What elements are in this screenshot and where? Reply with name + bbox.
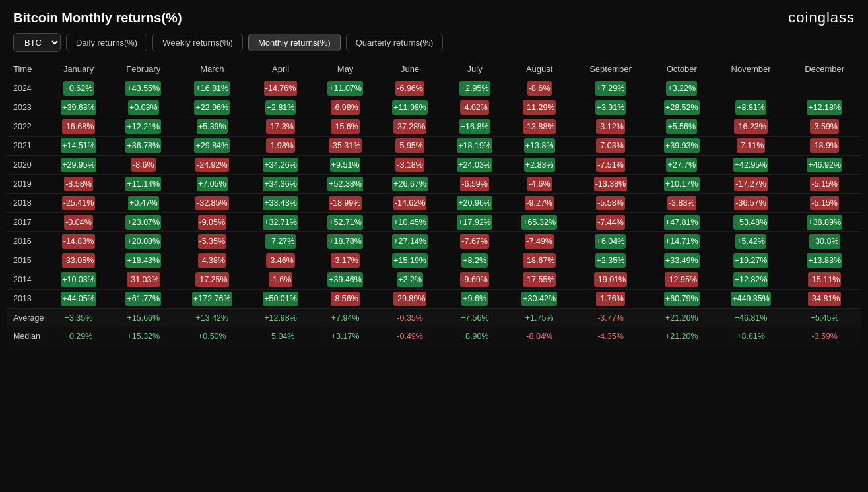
value-cell: -17.55% — [507, 270, 572, 290]
value-cell: -5.15% — [787, 175, 861, 194]
value-cell: +46.92% — [787, 156, 861, 175]
negative-return: -15.11% — [808, 272, 842, 287]
value-cell: -3.83% — [650, 194, 714, 213]
positive-return: +52.71% — [327, 215, 363, 230]
value-cell: +38.89% — [787, 213, 861, 232]
tab-weekly[interactable]: Weekly returns(%) — [152, 34, 243, 51]
positive-return: +10.17% — [664, 177, 700, 191]
value-cell: -33.05% — [46, 251, 111, 270]
value-cell: +33.43% — [248, 194, 313, 213]
tab-daily[interactable]: Daily returns(%) — [66, 34, 147, 51]
table-row: 2016-14.83%+20.08%-5.35%+7.27%+18.78%+27… — [7, 232, 861, 251]
positive-return: +61.77% — [125, 292, 161, 306]
value-cell: -5.15% — [787, 194, 861, 213]
year-cell: 2013 — [7, 290, 46, 309]
value-cell: -8.56% — [313, 290, 378, 309]
value-cell: +10.03% — [46, 270, 111, 290]
value-cell: +27.7% — [650, 156, 714, 175]
value-cell: +2.2% — [378, 270, 442, 290]
table-row: 2019-8.58%+11.14%+7.05%+34.36%+52.38%+26… — [7, 175, 861, 194]
value-cell: +44.05% — [46, 290, 111, 309]
positive-return: +0.62% — [63, 81, 94, 96]
positive-return: +20.96% — [457, 196, 492, 210]
positive-return: +12.18% — [807, 100, 842, 115]
footer-value: +21.20% — [650, 327, 714, 346]
year-cell: 2016 — [7, 232, 46, 251]
tab-monthly[interactable]: Monthly returns(%) — [248, 34, 341, 51]
col-march: March — [176, 59, 248, 79]
negative-return: -34.81% — [808, 292, 842, 306]
value-cell: -4.38% — [176, 251, 248, 270]
year-cell: 2015 — [7, 251, 46, 270]
value-cell — [787, 79, 861, 98]
col-july: July — [442, 59, 507, 79]
value-cell: +33.49% — [650, 251, 714, 270]
value-cell: -1.6% — [248, 270, 313, 290]
value-cell: -3.17% — [313, 251, 378, 270]
positive-return: +34.26% — [263, 158, 298, 172]
tab-quarterly[interactable]: Quarterly returns(%) — [346, 34, 444, 51]
value-cell: -7.67% — [442, 232, 507, 251]
col-december: December — [787, 59, 861, 79]
table-row: 2021+14.51%+36.78%+29.84%-1.98%-35.31%-5… — [7, 137, 861, 156]
footer-value: +8.81% — [714, 327, 788, 346]
value-cell: -5.35% — [176, 232, 248, 251]
positive-return: +0.47% — [128, 196, 159, 210]
value-cell: -34.81% — [787, 290, 861, 309]
value-cell: -29.89% — [378, 290, 442, 309]
negative-return: -8.6% — [131, 158, 156, 172]
positive-return: +47.81% — [664, 215, 700, 230]
value-cell: +23.07% — [111, 213, 176, 232]
value-cell: +29.95% — [46, 156, 111, 175]
value-cell: +7.05% — [176, 175, 248, 194]
positive-return: +7.29% — [595, 81, 626, 96]
value-cell — [714, 79, 788, 98]
value-cell: +13.8% — [507, 137, 572, 156]
value-cell: +16.81% — [176, 79, 248, 98]
col-april: April — [248, 59, 313, 79]
negative-return: -7.51% — [596, 158, 625, 172]
positive-return: +8.81% — [735, 100, 766, 115]
year-cell: 2021 — [7, 137, 46, 156]
positive-return: +22.96% — [194, 100, 230, 115]
value-cell: +11.14% — [111, 175, 176, 194]
positive-return: +7.27% — [265, 234, 296, 249]
positive-return: +2.2% — [397, 272, 423, 287]
negative-return: -7.44% — [596, 215, 625, 230]
negative-return: -33.05% — [62, 253, 96, 268]
negative-return: -13.38% — [594, 177, 628, 191]
positive-return: +14.51% — [61, 138, 96, 153]
value-cell: +39.46% — [313, 270, 378, 290]
negative-return: -18.9% — [810, 138, 839, 153]
positive-return: +44.05% — [61, 292, 96, 306]
positive-return: +60.79% — [664, 292, 700, 306]
value-cell: -18.67% — [507, 251, 572, 270]
positive-return: +30.42% — [521, 292, 557, 306]
positive-return: +28.52% — [664, 100, 700, 115]
value-cell: +28.52% — [650, 98, 714, 117]
value-cell: +27.14% — [378, 232, 442, 251]
value-cell: -6.59% — [442, 175, 507, 194]
controls-bar: BTC Daily returns(%) Weekly returns(%) M… — [0, 33, 868, 59]
value-cell: +5.42% — [714, 232, 788, 251]
value-cell: +34.36% — [248, 175, 313, 194]
negative-return: -3.59% — [810, 119, 839, 134]
page-title: Bitcoin Monthly returns(%) — [13, 11, 182, 26]
value-cell: -9.05% — [176, 213, 248, 232]
value-cell: +19.27% — [714, 251, 788, 270]
asset-selector[interactable]: BTC — [13, 33, 61, 52]
positive-return: +9.51% — [330, 158, 361, 172]
table-row: 2022-16.68%+12.21%+5.39%-17.3%-15.6%-37.… — [7, 117, 861, 137]
col-february: February — [111, 59, 176, 79]
negative-return: -31.03% — [127, 272, 160, 287]
value-cell: -14.76% — [248, 79, 313, 98]
value-cell: +14.51% — [46, 137, 111, 156]
value-cell: +2.95% — [442, 79, 507, 98]
col-september: September — [572, 59, 650, 79]
value-cell: -5.95% — [378, 137, 442, 156]
positive-return: +53.48% — [733, 215, 769, 230]
positive-return: +18.19% — [457, 138, 492, 153]
negative-return: -7.67% — [460, 234, 489, 249]
positive-return: +32.71% — [263, 215, 298, 230]
value-cell: -7.51% — [572, 156, 650, 175]
